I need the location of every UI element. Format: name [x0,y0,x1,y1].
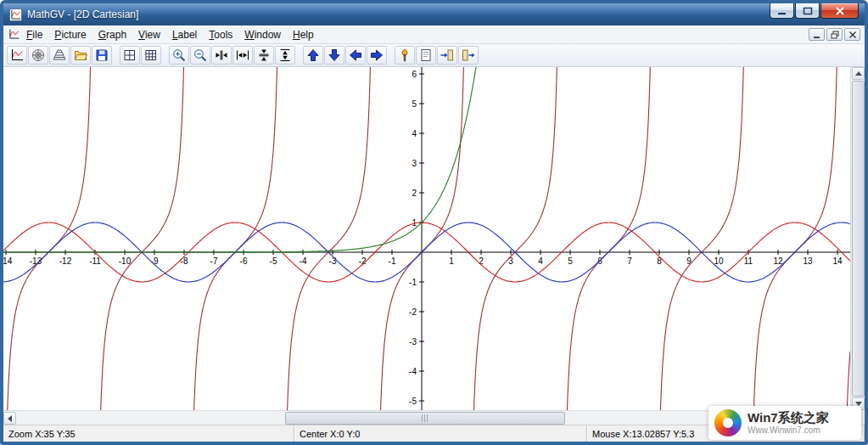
zoom-in-icon[interactable] [169,46,189,65]
up-arrow-icon [855,71,862,76]
status-center-text: Center X:0 Y:0 [300,429,360,439]
app-icon [9,8,22,21]
menu-window[interactable]: Window [238,26,287,43]
minimize-button[interactable] [770,3,794,19]
y-tick-label: -2 [409,307,417,317]
left-arrow-icon [8,415,12,422]
y-tick-label: 1 [412,218,417,228]
scroll-up-button[interactable] [852,67,865,80]
new-3d-graph-icon[interactable] [49,46,70,65]
menu-help[interactable]: Help [287,26,320,43]
x-tick-label: -3 [329,256,337,266]
expand-x-icon[interactable] [232,46,253,65]
x-tick-label: 11 [744,256,753,266]
door-in-icon[interactable] [437,46,457,65]
title-bar[interactable]: MathGV - [2D Cartesian] [3,3,865,25]
y-tick-label: 4 [412,129,417,138]
y-tick-label: -5 [409,397,417,406]
scroll-left-button[interactable] [3,412,16,425]
y-tick-label: 5 [412,99,417,109]
status-zoom: Zoom X:35 Y:35 [3,425,294,442]
save-file-icon[interactable] [92,46,112,65]
new-2d-cartesian-icon[interactable] [7,46,27,65]
thumb-grip [422,414,428,422]
vertical-scrollbar[interactable] [850,67,865,410]
new-polar-graph-icon[interactable] [28,46,48,65]
x-tick-label: -14 [3,256,13,266]
vertical-scroll-thumb[interactable] [852,81,865,397]
menu-file[interactable]: File [20,26,48,43]
x-tick-label: 4 [538,256,543,266]
horizontal-scroll-thumb[interactable] [285,412,565,425]
show-grid-icon[interactable] [120,46,140,65]
plot-torch-icon[interactable] [395,46,415,65]
expand-y-icon[interactable] [275,46,295,65]
y-tick-label: 3 [412,159,417,168]
x-tick-label: 5 [568,256,573,266]
status-center: Center X:0 Y:0 [294,425,587,442]
x-tick-label: -11 [89,256,101,266]
pan-down-icon[interactable] [324,46,344,65]
mdi-restore-button[interactable] [826,28,843,41]
x-tick-label: 9 [686,256,692,266]
menu-bar: FilePictureGraphViewLabelToolsWindowHelp [3,25,865,44]
child-window-icon[interactable] [8,28,20,41]
show-fine-grid-icon[interactable] [141,46,161,65]
x-tick-label: 14 [832,256,843,266]
win7-logo-icon [714,409,742,437]
x-tick-label: -6 [240,256,248,266]
x-tick-label: 13 [803,256,813,266]
x-tick-label: -1 [389,256,396,266]
mdi-close-button[interactable] [844,28,860,41]
status-mouse-text: Mouse X:13.02857 Y:5.3 [592,429,694,439]
toolbar-separator [296,46,303,65]
menu-picture[interactable]: Picture [48,26,92,43]
y-tick-label: -4 [409,367,417,376]
x-tick-label: -7 [210,256,218,266]
compress-y-icon[interactable] [254,46,274,65]
label-notes-icon[interactable] [416,46,436,65]
win7-watermark: Win7系统之家 Www.Winwin7.com [708,406,861,440]
x-tick-label: 10 [714,256,724,266]
x-tick-label: -12 [59,256,72,266]
door-out-icon[interactable] [458,46,479,65]
x-tick-label: -5 [270,256,277,266]
y-tick-label: -3 [409,337,417,346]
x-tick-label: 7 [627,256,632,266]
watermark-text: Win7系统之家 Www.Winwin7.com [748,411,829,435]
menu-view[interactable]: View [132,26,166,43]
pan-right-icon[interactable] [367,46,387,65]
menu-graph[interactable]: Graph [92,26,132,43]
curve-exp [3,67,850,252]
toolbar-separator [113,46,120,65]
y-tick-label: -1 [409,278,417,287]
status-zoom-text: Zoom X:35 Y:35 [8,429,76,439]
x-tick-label: -4 [300,256,307,266]
client-area: -14-13-12-11-10-9-8-7-6-5-4-3-2-11234567… [3,67,865,425]
mdi-minimize-button[interactable] [809,28,825,41]
pan-left-icon[interactable] [345,46,366,65]
x-tick-label: -8 [181,256,188,266]
watermark-title: Win7系统之家 [748,411,829,425]
plot-area[interactable]: -14-13-12-11-10-9-8-7-6-5-4-3-2-11234567… [3,67,850,410]
menu-label[interactable]: Label [166,26,203,43]
y-tick-label: 6 [412,70,417,79]
menu-tools[interactable]: Tools [203,26,238,43]
menu-items: FilePictureGraphViewLabelToolsWindowHelp [20,26,320,43]
pan-up-icon[interactable] [303,46,323,65]
maximize-button[interactable] [795,3,820,19]
toolbar-separator [388,46,395,65]
toolbar [3,44,865,67]
compress-x-icon[interactable] [211,46,232,65]
x-tick-label: 1 [449,256,454,266]
y-tick-label: 2 [412,189,417,198]
x-tick-label: -10 [119,256,132,266]
curve-tan [3,67,850,410]
window-controls [769,3,859,19]
close-button[interactable] [820,3,859,19]
mathgv-window: MathGV - [2D Cartesian] FilePictureGraph… [0,0,868,445]
open-file-icon[interactable] [70,46,91,65]
watermark-url: Www.Winwin7.com [748,425,829,435]
mdi-window-controls [809,28,860,41]
zoom-out-icon[interactable] [190,46,210,65]
